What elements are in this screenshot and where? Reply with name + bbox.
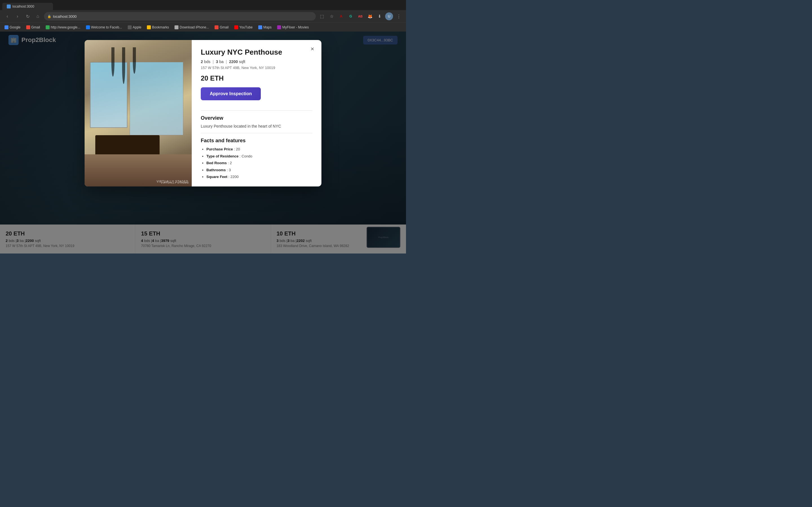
bookmark-facebook[interactable]: Welcome to Faceb... [84,24,124,30]
beds-label: bds [204,59,211,64]
bookmark-bookmarks-label: Bookmarks [152,25,169,29]
bookmark-google2-label: http://www.google... [51,25,80,29]
fact-value-4: 2200 [231,175,239,179]
fact-label-2: Bed Rooms [206,161,227,165]
bookmark-bookmarks[interactable]: Bookmarks [145,24,171,30]
fact-value-0: 20 [236,147,240,151]
refresh-button[interactable]: ↻ [24,12,32,20]
home-button[interactable]: ⌂ [34,12,42,20]
modal-specs: 2 bds | 3 ba | 2200 sqft [201,59,312,64]
download-button[interactable]: ⬇ [375,12,384,20]
acrobat-icon-btn[interactable]: A [337,12,345,20]
chrome-favicon [46,25,50,29]
bookmark-gmail-label: Gmail [31,25,40,29]
adblock-icon-btn[interactable]: AB [356,12,364,20]
modal-content: × Luxury NYC Penthouse 2 bds | 3 ba | 22… [192,40,321,186]
metamask-icon-btn[interactable]: 🦊 [366,12,374,20]
forward-button[interactable]: › [13,12,21,20]
tabs-bar: localhost:3000 [0,0,406,10]
modal-close-button[interactable]: × [308,45,317,54]
fact-purchase-price: Purchase Price : 20 [206,147,312,152]
tab-favicon [7,4,11,8]
iphone-favicon [174,25,179,29]
baths-label: ba [219,59,223,64]
myflixer-favicon [277,25,281,29]
overview-title: Overview [201,115,312,121]
bookmark-iphone-label: Download iPhone... [180,25,209,29]
user-avatar[interactable]: U [385,12,393,20]
bookmarks-favicon [147,25,151,29]
menu-button[interactable]: ⋮ [395,12,403,20]
separator2: | [226,59,227,64]
fact-value-3: 3 [229,168,231,172]
sqft-label: sqft [239,59,245,64]
bookmark-google2[interactable]: http://www.google... [43,24,83,30]
bookmark-iphone[interactable]: Download iPhone... [172,24,211,30]
fact-sep-2: : [228,161,230,165]
extensions-button[interactable]: ⬚ [318,12,326,20]
fact-label-3: Bathrooms [206,168,226,172]
facts-title: Facts and features [201,138,312,144]
bookmark-google[interactable]: Google [2,24,23,30]
fact-label-4: Square Feet [206,175,227,179]
apple-favicon [128,25,132,29]
page-background: 🏢 Prop2Block 0X3C44...93BC [0,32,406,253]
fact-bedrooms: Bed Rooms : 2 [206,160,312,166]
bookmark-gmail2[interactable]: Gmail [212,24,231,30]
lock-icon: 🔒 [47,15,51,18]
gmail-favicon [26,25,30,29]
approve-btn-label: Approve Inspection [210,91,252,96]
facts-list: Purchase Price : 20 Type of Residence : … [201,147,312,180]
google-favicon [4,25,8,29]
active-tab[interactable]: localhost:3000 [2,3,53,10]
divider2 [201,133,312,133]
toolbar-icons: ⬚ ☆ A G AB 🦊 ⬇ U ⋮ [318,12,403,20]
bookmark-gmail[interactable]: Gmail [24,24,42,30]
bookmark-star-button[interactable]: ☆ [327,12,336,20]
address-bar[interactable]: 🔒 localhost:3000 [44,12,316,20]
bookmark-gmail2-label: Gmail [220,25,229,29]
browser-chrome: localhost:3000 ‹ › ↻ ⌂ 🔒 localhost:3000 … [0,0,406,32]
bookmark-myflixer-label: MyFlixer - Movies [282,25,309,29]
fact-label-1: Type of Residence [206,154,239,158]
bookmark-youtube-label: YouTube [239,25,253,29]
gmail2-favicon [214,25,218,29]
bookmark-google-label: Google [10,25,20,29]
bookmark-maps[interactable]: Maps [256,24,274,30]
property-image: VIRTUALLY STAGED [85,40,192,186]
sqft-count: 2200 [229,59,238,64]
browser-toolbar: ‹ › ↻ ⌂ 🔒 localhost:3000 ⬚ ☆ A G AB 🦊 ⬇ [0,10,406,22]
modal-address: 157 W 57th St APT 49B, New York, NY 1001… [201,66,312,70]
fact-sqft: Square Feet : 2200 [206,174,312,180]
maps-favicon [258,25,262,29]
bookmark-youtube[interactable]: YouTube [232,24,255,30]
bookmark-maps-label: Maps [263,25,271,29]
bookmark-myflixer[interactable]: MyFlixer - Movies [275,24,311,30]
property-modal: VIRTUALLY STAGED × Luxury NYC Penthouse … [85,40,321,186]
tab-title: localhost:3000 [12,4,34,8]
back-button[interactable]: ‹ [3,12,11,20]
facebook-favicon [86,25,90,29]
overview-text: Luxury Penthouse located in the heart of… [201,124,312,128]
separator1: | [213,59,214,64]
modal-title: Luxury NYC Penthouse [201,48,312,57]
beds-count: 2 [201,59,203,64]
fact-value-1: Condo [242,154,252,158]
fact-value-2: 2 [230,161,232,165]
fact-sep-0: : [234,147,236,151]
divider1 [201,110,312,111]
grammarly-icon-btn[interactable]: G [347,12,355,20]
fact-sep-1: : [240,154,242,158]
fact-type-residence: Type of Residence : Condo [206,154,312,159]
virtually-staged-label: VIRTUALLY STAGED [161,181,189,184]
modal-overlay: VIRTUALLY STAGED × Luxury NYC Penthouse … [0,32,406,253]
close-icon: × [311,45,314,53]
modal-price: 20 ETH [201,74,312,82]
bookmark-apple-label: Apple [133,25,142,29]
approve-inspection-button[interactable]: Approve Inspection [201,87,261,100]
bookmark-apple[interactable]: Apple [125,24,144,30]
avatar-initial: U [388,14,391,18]
address-text: localhost:3000 [53,14,77,18]
bookmarks-bar: Google Gmail http://www.google... Welcom… [0,22,406,32]
fact-bathrooms: Bathrooms : 3 [206,167,312,173]
